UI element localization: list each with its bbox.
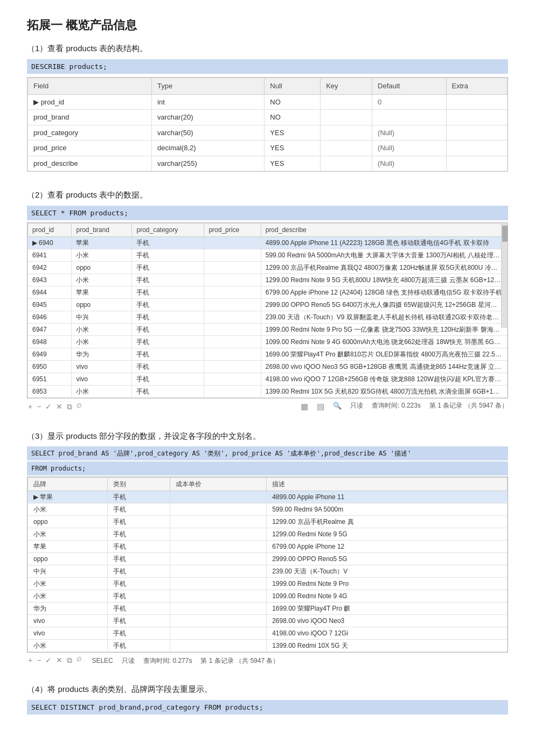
id-cell: 6953 bbox=[28, 386, 72, 398]
price-cell bbox=[170, 603, 267, 615]
result-row[interactable]: 小米 手机 1299.00 Redmi Note 9 5G bbox=[28, 528, 508, 541]
brand-cell: oppo bbox=[72, 262, 132, 274]
table-row[interactable]: 6943 小米 手机 1299.00 Redmi Note 9 5G 天机800… bbox=[28, 274, 508, 286]
cross-icon-2[interactable]: ✕ bbox=[55, 655, 64, 666]
null-icon[interactable]: ∅ bbox=[75, 401, 83, 412]
scrollbar-right[interactable] bbox=[501, 223, 508, 328]
default-cell: 0 bbox=[372, 94, 446, 110]
describe-cell: 2999.00 OPPO Reno5 5G bbox=[267, 553, 508, 565]
add-icon-2[interactable]: + bbox=[27, 655, 33, 666]
price-cell bbox=[204, 348, 261, 361]
category-cell: 手机 bbox=[107, 590, 170, 603]
result-row[interactable]: 中兴 手机 239.00 天语（K-Touch）V bbox=[28, 565, 508, 578]
section-1-sql[interactable]: DESCRIBE products; bbox=[27, 59, 508, 74]
describe-cell: 1299.00 Redmi Note 9 5G 天机800U 18W快充 480… bbox=[261, 274, 507, 286]
table-row[interactable]: 6940 苹果 手机 4899.00 Apple iPhone 11 (A222… bbox=[28, 237, 508, 249]
price-cell bbox=[204, 274, 261, 286]
result-row[interactable]: 小米 手机 1099.00 Redmi Note 9 4G bbox=[28, 590, 508, 603]
check-icon-2[interactable]: ✓ bbox=[44, 655, 53, 666]
category-cell: 手机 bbox=[132, 348, 204, 361]
category-cell: 手机 bbox=[132, 262, 204, 274]
price-cell bbox=[204, 373, 261, 386]
category-cell: 手机 bbox=[132, 386, 204, 398]
data-table: prod_id prod_brand prod_category prod_pr… bbox=[27, 223, 508, 398]
price-cell bbox=[170, 516, 267, 528]
grid-icon-2[interactable]: ▤ bbox=[317, 401, 324, 413]
brand-cell: 小米 bbox=[28, 528, 108, 541]
section-2-sql[interactable]: SELECT * FROM products; bbox=[27, 206, 508, 221]
search-icon[interactable]: 🔍 bbox=[333, 401, 342, 413]
table-row[interactable]: 6944 苹果 手机 6799.00 Apple iPhone 12 (A240… bbox=[28, 286, 508, 299]
result-row[interactable]: 华为 手机 1699.00 荣耀Play4T Pro 麒 bbox=[28, 603, 508, 615]
cross-icon[interactable]: ✕ bbox=[55, 401, 64, 412]
result-row[interactable]: vivo 手机 2698.00 vivo iQOO Neo3 bbox=[28, 615, 508, 627]
grid-icon-1[interactable]: ▦ bbox=[301, 401, 308, 413]
section-4-sql[interactable]: SELECT DISTINCT prod_brand,prod_category… bbox=[27, 700, 508, 715]
copy-icon[interactable]: ⧉ bbox=[66, 401, 73, 412]
describe-cell: 1699.00 荣耀Play4T Pro 麒麟810芯片 OLED屏幕指纹 48… bbox=[261, 348, 507, 361]
brand-cell: 小米 bbox=[72, 386, 132, 398]
describe-cell: 4899.00 Apple iPhone 11 (A2223) 128GB 黑色… bbox=[261, 237, 507, 249]
category-cell: 手机 bbox=[132, 274, 204, 286]
section-3-title: （3）显示 products 部分字段的数据，并设定各字段的中文别名。 bbox=[27, 430, 508, 443]
schema-row: prod_category varchar(50) YES (Null) bbox=[28, 125, 508, 141]
copy-icon-2[interactable]: ⧉ bbox=[66, 655, 73, 666]
add-icon[interactable]: + bbox=[27, 401, 33, 412]
field-cell: prod_category bbox=[28, 125, 152, 141]
table-row[interactable]: 6945 oppo 手机 2999.00 OPPO Reno5 5G 6400万… bbox=[28, 299, 508, 311]
query-time-label-2: 查询时间: 0.277s bbox=[143, 656, 192, 666]
col-null: Null bbox=[265, 78, 321, 95]
null-cell: YES bbox=[265, 141, 321, 156]
records-label-2: 第 1 条记录 （共 5947 条） bbox=[200, 656, 279, 666]
brand-cell: oppo bbox=[72, 299, 132, 311]
table-row[interactable]: 6950 vivo 手机 2698.00 vivo iQOO Neo3 5G 8… bbox=[28, 361, 508, 373]
result-table: 品牌 类别 成本单价 描述 苹果 手机 4899.00 Apple iPhone… bbox=[27, 477, 508, 652]
category-cell: 手机 bbox=[107, 553, 170, 565]
table-row[interactable]: 6949 华为 手机 1699.00 荣耀Play4T Pro 麒麟810芯片 … bbox=[28, 348, 508, 361]
section-3-sql-1[interactable]: SELECT prod_brand AS '品牌',prod_category … bbox=[27, 446, 508, 460]
section-3-sql-2[interactable]: FROM products; bbox=[27, 461, 508, 475]
id-cell: 6942 bbox=[28, 262, 72, 274]
price-cell bbox=[170, 503, 267, 516]
category-cell: 手机 bbox=[132, 311, 204, 324]
section-3: （3）显示 products 部分字段的数据，并设定各字段的中文别名。 SELE… bbox=[27, 430, 508, 667]
col-prod-price: prod_price bbox=[204, 223, 261, 237]
scrollbar-thumb[interactable] bbox=[502, 226, 508, 242]
table-row[interactable]: 6941 小米 手机 599.00 Redmi 9A 5000mAh大电量 大屏… bbox=[28, 249, 508, 262]
price-cell bbox=[170, 640, 267, 652]
category-cell: 手机 bbox=[107, 541, 170, 553]
result-row[interactable]: oppo 手机 1299.00 京品手机Realme 真 bbox=[28, 516, 508, 528]
result-row[interactable]: vivo 手机 4198.00 vivo iQOO 7 12Gi bbox=[28, 627, 508, 640]
check-icon[interactable]: ✓ bbox=[44, 401, 53, 412]
remove-icon[interactable]: − bbox=[36, 401, 42, 412]
null-icon-2[interactable]: ∅ bbox=[75, 655, 83, 666]
describe-cell: 1999.00 Redmi Note 9 Pro bbox=[267, 578, 508, 590]
describe-cell: 2999.00 OPPO Reno5 5G 6400万水光人像四摄 65W超级闪… bbox=[261, 299, 507, 311]
describe-cell: 4899.00 Apple iPhone 11 bbox=[267, 491, 508, 503]
describe-cell: 599.00 Redmi 9A 5000m bbox=[267, 503, 508, 516]
col-prod-brand: prod_brand bbox=[72, 223, 132, 237]
result-row[interactable]: 小米 手机 1999.00 Redmi Note 9 Pro bbox=[28, 578, 508, 590]
id-cell: 6941 bbox=[28, 249, 72, 262]
result-row[interactable]: 苹果 手机 4899.00 Apple iPhone 11 bbox=[28, 491, 508, 503]
remove-icon-2[interactable]: − bbox=[36, 655, 42, 666]
describe-cell: 239.00 天语（K-Touch）V9 双屏翻盖老人手机超长待机 移动联通2G… bbox=[261, 311, 507, 324]
result-row[interactable]: oppo 手机 2999.00 OPPO Reno5 5G bbox=[28, 553, 508, 565]
table-row[interactable]: 6953 小米 手机 1399.00 Redmi 10X 5G 天机820 双5… bbox=[28, 386, 508, 398]
result-row[interactable]: 苹果 手机 6799.00 Apple iPhone 12 bbox=[28, 541, 508, 553]
table-row[interactable]: 6946 中兴 手机 239.00 天语（K-Touch）V9 双屏翻盖老人手机… bbox=[28, 311, 508, 324]
price-cell bbox=[170, 541, 267, 553]
table-row[interactable]: 6947 小米 手机 1999.00 Redmi Note 9 Pro 5G 一… bbox=[28, 324, 508, 336]
table-row[interactable]: 6948 小米 手机 1099.00 Redmi Note 9 4G 6000m… bbox=[28, 336, 508, 348]
result-row[interactable]: 小米 手机 599.00 Redmi 9A 5000m bbox=[28, 503, 508, 516]
type-cell: varchar(255) bbox=[152, 156, 265, 171]
result-row[interactable]: 小米 手机 1399.00 Redmi 10X 5G 天 bbox=[28, 640, 508, 652]
describe-cell: 2698.00 vivo iQOO Neo3 5G 8GB+128GB 夜鹰黑 … bbox=[261, 361, 507, 373]
describe-cell: 4198.00 vivo iQOO 7 12Gi bbox=[267, 627, 508, 640]
category-cell: 手机 bbox=[107, 627, 170, 640]
brand-cell: 华为 bbox=[72, 348, 132, 361]
col-prod-describe: prod_describe bbox=[261, 223, 507, 237]
null-cell: YES bbox=[265, 156, 321, 171]
table-row[interactable]: 6951 vivo 手机 4198.00 vivo iQOO 7 12GB+25… bbox=[28, 373, 508, 386]
table-row[interactable]: 6942 oppo 手机 1299.00 京品手机Realme 真我Q2 480… bbox=[28, 262, 508, 274]
